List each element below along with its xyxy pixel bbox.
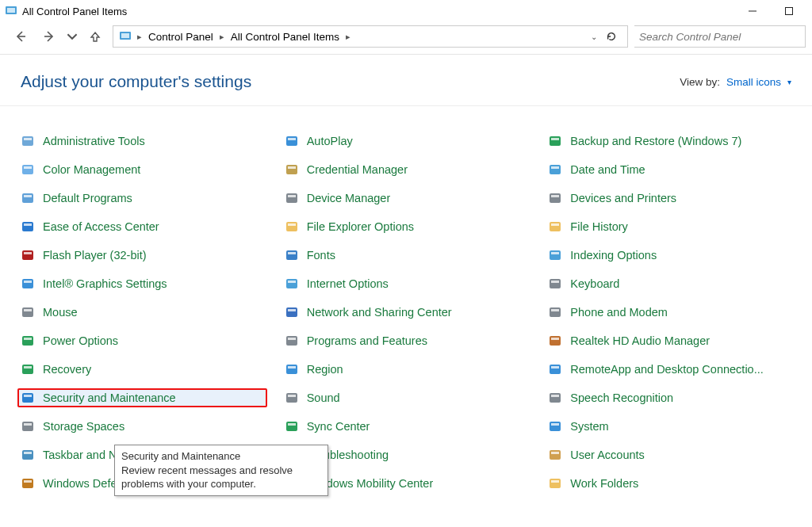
svg-rect-55 bbox=[288, 423, 296, 426]
svg-rect-81 bbox=[551, 423, 559, 426]
svg-rect-66 bbox=[550, 222, 561, 231]
realtek-icon bbox=[548, 334, 562, 348]
item-file-history[interactable]: File History bbox=[545, 217, 795, 236]
item-datetime[interactable]: Date and Time bbox=[545, 160, 795, 179]
item-flash[interactable]: Flash Player (32-bit) bbox=[17, 246, 267, 265]
item-sync[interactable]: Sync Center bbox=[282, 417, 531, 436]
svg-rect-47 bbox=[288, 309, 296, 311]
item-color-mgmt[interactable]: Color Management bbox=[17, 160, 267, 179]
item-autoplay[interactable]: AutoPlay bbox=[282, 132, 531, 151]
item-keyboard[interactable]: Keyboard bbox=[545, 274, 795, 293]
users-icon bbox=[548, 448, 562, 462]
svg-rect-11 bbox=[24, 166, 32, 169]
svg-rect-65 bbox=[551, 195, 559, 197]
refresh-button[interactable] bbox=[602, 27, 621, 46]
system-icon bbox=[548, 419, 562, 433]
view-by-value[interactable]: Small icons bbox=[726, 76, 781, 88]
item-label: Realtek HD Audio Manager bbox=[570, 334, 710, 347]
item-ease-access[interactable]: Ease of Access Center bbox=[17, 217, 267, 236]
recent-dropdown[interactable] bbox=[67, 25, 78, 48]
phone-modem-icon bbox=[548, 305, 562, 319]
item-security[interactable]: Security and Maintenance bbox=[17, 388, 267, 407]
item-sound[interactable]: Sound bbox=[282, 388, 531, 407]
item-label: Region bbox=[307, 363, 343, 376]
item-storage[interactable]: Storage Spaces bbox=[17, 417, 267, 436]
svg-rect-79 bbox=[551, 395, 559, 397]
item-label: System bbox=[570, 420, 608, 433]
intel-graphics-icon bbox=[21, 277, 35, 291]
item-realtek[interactable]: Realtek HD Audio Manager bbox=[545, 331, 795, 350]
datetime-icon bbox=[548, 162, 562, 177]
item-region[interactable]: Region bbox=[282, 360, 531, 379]
up-button[interactable] bbox=[84, 25, 106, 48]
item-label: Recovery bbox=[43, 363, 91, 376]
item-admin-tools[interactable]: Administrative Tools bbox=[17, 132, 267, 151]
svg-rect-31 bbox=[24, 452, 32, 454]
search-input[interactable] bbox=[639, 31, 800, 43]
recovery-icon bbox=[21, 362, 35, 376]
item-label: Keyboard bbox=[570, 277, 619, 290]
forward-button[interactable] bbox=[38, 25, 60, 48]
item-speech[interactable]: Speech Recognition bbox=[545, 388, 795, 407]
color-mgmt-icon bbox=[21, 162, 35, 177]
chevron-down-icon[interactable]: ▾ bbox=[787, 78, 791, 86]
item-label: Devices and Printers bbox=[570, 192, 676, 204]
breadcrumb-current[interactable]: All Control Panel Items bbox=[228, 31, 343, 43]
item-recovery[interactable]: Recovery bbox=[17, 360, 267, 379]
breadcrumb-root[interactable]: Control Panel bbox=[145, 31, 216, 43]
svg-rect-54 bbox=[286, 422, 297, 431]
item-device-mgr[interactable]: Device Manager bbox=[282, 189, 531, 208]
item-default-programs[interactable]: Default Programs bbox=[17, 189, 267, 208]
item-remoteapp[interactable]: RemoteApp and Desktop Connectio... bbox=[545, 360, 795, 379]
item-mouse[interactable]: Mouse bbox=[17, 303, 267, 322]
chevron-right-icon[interactable]: ▸ bbox=[344, 32, 352, 42]
svg-rect-24 bbox=[22, 365, 33, 374]
item-label: Date and Time bbox=[570, 163, 645, 176]
svg-rect-82 bbox=[550, 450, 561, 460]
svg-rect-22 bbox=[22, 336, 33, 346]
svg-rect-39 bbox=[288, 195, 296, 197]
item-explorer-opts[interactable]: File Explorer Options bbox=[282, 217, 531, 236]
item-users[interactable]: User Accounts bbox=[545, 445, 795, 464]
svg-rect-72 bbox=[550, 307, 561, 317]
svg-rect-12 bbox=[22, 193, 33, 203]
item-system[interactable]: System bbox=[545, 417, 795, 436]
keyboard-icon bbox=[548, 277, 562, 291]
address-dropdown[interactable]: ⌄ bbox=[591, 32, 597, 41]
item-programs[interactable]: Programs and Features bbox=[282, 331, 531, 350]
item-network[interactable]: Network and Sharing Center bbox=[282, 303, 531, 322]
navbar: ▸ Control Panel ▸ All Control Panel Item… bbox=[0, 22, 812, 51]
work-folders-icon bbox=[548, 476, 562, 491]
window-title: All Control Panel Items bbox=[22, 6, 127, 17]
item-fonts[interactable]: Fonts bbox=[282, 246, 531, 265]
item-internet[interactable]: Internet Options bbox=[282, 274, 531, 293]
minimize-button[interactable] bbox=[734, 0, 771, 22]
item-power[interactable]: Power Options bbox=[17, 331, 267, 350]
item-credential[interactable]: Credential Manager bbox=[282, 160, 531, 179]
svg-rect-69 bbox=[551, 252, 559, 254]
svg-rect-20 bbox=[22, 307, 33, 317]
view-by-control[interactable]: View by: Small icons ▾ bbox=[680, 76, 791, 88]
item-label: Credential Manager bbox=[307, 163, 408, 176]
chevron-right-icon[interactable]: ▸ bbox=[136, 32, 144, 42]
item-intel-graphics[interactable]: Intel® Graphics Settings bbox=[17, 274, 267, 293]
svg-rect-28 bbox=[22, 422, 33, 431]
item-label: Power Options bbox=[43, 334, 118, 347]
mouse-icon bbox=[21, 305, 35, 319]
item-backup[interactable]: Backup and Restore (Windows 7) bbox=[545, 132, 795, 151]
svg-rect-60 bbox=[550, 136, 561, 146]
svg-rect-51 bbox=[288, 366, 296, 369]
item-phone-modem[interactable]: Phone and Modem bbox=[545, 303, 795, 322]
search-box[interactable] bbox=[634, 25, 806, 48]
back-button[interactable] bbox=[10, 25, 32, 48]
item-devices-printers[interactable]: Devices and Printers bbox=[545, 189, 795, 208]
programs-icon bbox=[285, 334, 299, 348]
chevron-right-icon[interactable]: ▸ bbox=[218, 32, 226, 42]
maximize-button[interactable] bbox=[771, 0, 807, 22]
item-work-folders[interactable]: Work Folders bbox=[545, 474, 795, 493]
item-indexing[interactable]: Indexing Options bbox=[545, 246, 795, 265]
item-label: Sound bbox=[307, 391, 340, 404]
address-bar[interactable]: ▸ Control Panel ▸ All Control Panel Item… bbox=[113, 25, 628, 48]
item-label: Device Manager bbox=[307, 192, 391, 204]
view-by-label: View by: bbox=[680, 76, 720, 88]
